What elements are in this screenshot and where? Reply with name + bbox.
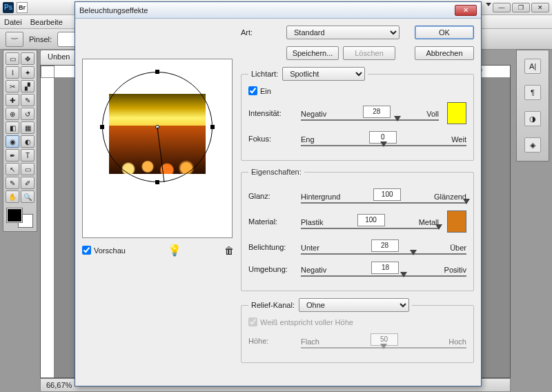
heal-tool[interactable]: ✚ [6, 94, 19, 106]
ruler-vertical [41, 78, 55, 378]
lichtart-legend: Lichtart: [251, 70, 278, 78]
menu-file[interactable]: Datei [4, 18, 22, 26]
light-color-swatch[interactable] [447, 102, 466, 124]
preview-box[interactable] [82, 59, 233, 238]
ambience-label: Umgebung: [248, 265, 297, 273]
color-picker[interactable] [6, 207, 34, 229]
svg-line-0 [157, 127, 164, 182]
height-slider: Flach50Hoch [301, 333, 466, 349]
crop-tool[interactable]: ✂ [6, 80, 19, 92]
ruler-corner [41, 66, 55, 78]
style-select[interactable]: Standard [286, 26, 400, 39]
brush-label: Pinsel: [29, 35, 52, 43]
paragraph-panel-icon[interactable]: ¶ [524, 85, 541, 100]
close-button[interactable]: ✕ [531, 3, 549, 12]
menu-edit[interactable]: Bearbeite [30, 18, 63, 26]
focus-slider[interactable]: Eng0Weit [301, 131, 466, 146]
zoom-level[interactable]: 66,67% [46, 381, 72, 389]
ein-checkbox[interactable]: Ein [248, 86, 466, 95]
height-label: Höhe: [248, 337, 297, 345]
restore-button[interactable]: ❐ [512, 3, 530, 12]
layers-panel-icon[interactable]: ◈ [524, 137, 541, 153]
path-tool[interactable]: ↖ [6, 163, 19, 175]
save-button[interactable]: Speichern... [286, 46, 339, 60]
photoshop-app: Ps Br w — ❐ ✕ Datei Bearbeite 〰 Pinsel: … [0, 0, 552, 392]
delete-button: Löschen [343, 46, 395, 60]
bridge-icon[interactable]: Br [17, 2, 28, 13]
gloss-label: Glanz: [248, 192, 297, 200]
ambience-slider[interactable]: Negativ18Positiv [301, 262, 466, 277]
chevron-down-icon[interactable] [486, 3, 491, 6]
light-type-select[interactable]: Spotlicht [282, 67, 365, 81]
photoshop-icon: Ps [3, 2, 14, 13]
blur-tool[interactable]: ◉ [6, 135, 19, 148]
intensity-label: Intensität: [248, 109, 297, 117]
relief-legend: Relief-Kanal: [251, 301, 295, 309]
preview-checkbox[interactable]: Vorschau [82, 246, 126, 255]
focus-label: Fokus: [248, 135, 297, 143]
brush-tool[interactable]: ✎ [21, 94, 34, 106]
trash-icon[interactable]: 🗑 [224, 245, 234, 256]
toolbox: ▭ ✥ ⌇ ✦ ✂ ▞ ✚ ✎ ⊕ ↺ ◧ ▦ ◉ ◐ ✒ T ↖ ▭ ✎ ✐ … [3, 50, 37, 232]
lighting-effects-dialog: Beleuchtungseffekte ✕ Vorschau 💡 🗑 Art: … [75, 1, 482, 386]
history-brush[interactable]: ↺ [21, 108, 34, 120]
texture-channel-select[interactable]: Ohne [299, 298, 409, 312]
pen-tool[interactable]: ✒ [6, 149, 19, 161]
gradient-tool[interactable]: ▦ [21, 121, 34, 134]
marquee-tool[interactable]: ▭ [6, 52, 19, 65]
relief-group: Relief-Kanal: Ohne Weiß entspricht volle… [241, 298, 474, 363]
move-tool[interactable]: ✥ [21, 52, 34, 65]
art-label: Art: [241, 28, 282, 37]
material-label: Material: [248, 217, 297, 226]
dialog-close-button[interactable]: ✕ [455, 5, 477, 16]
material-color-swatch[interactable] [447, 210, 466, 233]
nav-panel-icon[interactable]: ◑ [524, 111, 541, 126]
lasso-tool[interactable]: ⌇ [6, 66, 19, 79]
character-panel-icon[interactable]: A| [524, 59, 541, 74]
stamp-tool[interactable]: ⊕ [6, 108, 19, 120]
white-high-checkbox: Weiß entspricht voller Höhe [248, 317, 466, 326]
dialog-title: Beleuchtungseffekte [79, 6, 148, 14]
intensity-slider[interactable]: Negativ28Voll [301, 106, 439, 121]
shape-tool[interactable]: ▭ [21, 163, 34, 175]
lichtart-group: Lichtart: Spotlicht Ein Intensität: Nega… [241, 67, 474, 161]
dialog-titlebar[interactable]: Beleuchtungseffekte ✕ [75, 2, 481, 19]
current-tool-icon[interactable]: 〰 [6, 32, 23, 47]
properties-legend: Eigenschaften: [248, 168, 304, 176]
lightbulb-icon[interactable]: 💡 [168, 244, 181, 257]
slice-tool[interactable]: ▞ [21, 80, 34, 92]
minimize-button[interactable]: — [493, 3, 511, 12]
cancel-button[interactable]: Abbrechen [415, 46, 474, 60]
eigenschaften-group: Eigenschaften: Glanz: Hintergrund100Glän… [241, 168, 474, 291]
document-tab[interactable]: Unben [40, 50, 77, 65]
eraser-tool[interactable]: ◧ [6, 121, 19, 134]
material-slider[interactable]: Plastik100Metall [301, 214, 439, 229]
dodge-tool[interactable]: ◐ [21, 135, 34, 148]
wand-tool[interactable]: ✦ [21, 66, 34, 79]
gloss-slider[interactable]: Hintergrund100Glänzend [301, 188, 466, 204]
ok-button[interactable]: OK [415, 26, 474, 39]
exposure-label: Belichtung: [248, 243, 297, 251]
eyedropper-tool[interactable]: ✐ [21, 177, 34, 189]
zoom-tool[interactable]: 🔍 [21, 190, 34, 203]
hand-tool[interactable]: ✋ [6, 190, 19, 203]
panel-dock: A| ¶ ◑ ◈ [516, 50, 549, 161]
notes-tool[interactable]: ✎ [6, 177, 19, 189]
exposure-slider[interactable]: Unter28Über [301, 239, 466, 255]
type-tool[interactable]: T [21, 149, 34, 161]
foreground-color[interactable] [7, 208, 22, 222]
